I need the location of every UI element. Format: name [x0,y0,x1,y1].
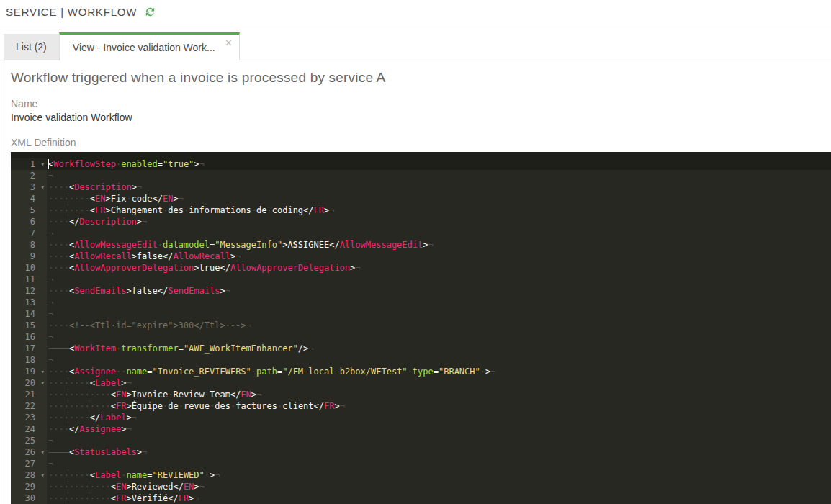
refresh-icon[interactable] [144,6,156,18]
editor-line[interactable]: 3▾····<Description>¬ [11,181,831,193]
line-number[interactable]: 13 [11,297,47,308]
close-tab-icon[interactable]: × [225,39,232,48]
editor-line[interactable]: 9····<AllowRecall>false</AllowRecall>¬ [11,251,831,262]
code-line[interactable]: ····<AllowRecall>false</AllowRecall>¬ [47,251,831,262]
line-number[interactable]: 5 [11,204,47,216]
editor-line[interactable]: 5········<FR>Changement·des·informations… [11,204,831,216]
line-number[interactable]: 27 [11,458,47,469]
line-number[interactable]: 29 [11,481,47,492]
line-number[interactable]: 6 [11,216,47,228]
editor-line[interactable]: 18¬ [11,354,831,366]
line-number[interactable]: 11 [11,274,47,285]
code-line[interactable]: ········<FR>Changement·des·informations·… [47,204,831,216]
fold-arrow-icon[interactable]: ▾ [41,469,45,481]
code-line[interactable]: ····<SendEmails>false</SendEmails>¬ [47,285,831,297]
code-line[interactable]: ¬ [47,354,831,366]
editor-line[interactable]: 10····<AllowApproverDelegation>true</All… [11,262,831,274]
editor-line[interactable]: 28▾········<Label·name="REVIEWED"·>¬ [11,469,831,481]
code-line[interactable]: ¬ [47,308,831,320]
line-number[interactable]: 4 [11,193,47,204]
editor-line[interactable]: 12····<SendEmails>false</SendEmails>¬ [11,285,831,297]
editor-line[interactable]: 2¬ [11,170,831,181]
fold-arrow-icon[interactable]: ▾ [41,366,45,377]
line-number[interactable]: 22 [11,400,47,412]
line-number[interactable]: 21 [11,389,47,400]
code-line[interactable]: ········<Label>¬ [47,377,831,389]
editor-line[interactable]: 20▾········<Label>¬ [11,377,831,389]
editor-line[interactable]: 15····<!--<Ttl·id="expire">300</Ttl>·-->… [11,320,831,331]
code-line[interactable]: ············<EN>Reviewed</EN>¬ [47,481,831,492]
code-line[interactable]: ····<Assignee··name="Invoice_REVIEWERS"·… [47,366,831,377]
code-line[interactable]: ····<Description>¬ [47,181,831,193]
tab-view-invoice-workflow[interactable]: View - Invoice validation Work... × [59,32,240,60]
code-line[interactable]: ····<!--<Ttl·id="expire">300</Ttl>·-->¬ [47,320,831,331]
xml-code-editor[interactable]: 1▾<WorkflowStep·enabled="true">¬2¬3▾····… [11,152,831,504]
code-line[interactable]: ¬ [47,297,831,308]
line-number[interactable]: 24 [11,423,47,435]
code-line[interactable]: <StatusLabels>¬ [47,446,831,458]
editor-line[interactable]: 17<WorkItem·transformer="AWF_WorkItemEnh… [11,343,831,354]
code-line[interactable]: ········</Label>¬ [47,412,831,423]
line-number[interactable]: 12 [11,285,47,297]
line-number[interactable]: 23 [11,412,47,423]
code-line[interactable]: ¬ [47,170,831,181]
line-number[interactable]: 10 [11,262,47,274]
editor-line[interactable]: 30············<FR>Vérifié</FR>¬ [11,492,831,504]
line-number[interactable]: 26▾ [11,446,47,458]
line-number[interactable]: 17 [11,343,47,354]
code-line[interactable]: ¬ [47,274,831,285]
editor-line[interactable]: 11¬ [11,274,831,285]
editor-line[interactable]: 4········<EN>Fix·code</EN>¬ [11,193,831,204]
code-line[interactable]: ············<EN>Invoice·Review·Team</EN>… [47,389,831,400]
editor-line[interactable]: 6····</Description>¬ [11,216,831,228]
editor-line[interactable]: 21············<EN>Invoice·Review·Team</E… [11,389,831,400]
line-number[interactable]: 20▾ [11,377,47,389]
code-line[interactable]: ¬ [47,458,831,469]
editor-line[interactable]: 29············<EN>Reviewed</EN>¬ [11,481,831,492]
line-number[interactable]: 28▾ [11,469,47,481]
code-line[interactable]: ········<EN>Fix·code</EN>¬ [47,193,831,204]
editor-line[interactable]: 8····<AllowMessageEdit·datamodel="Messag… [11,239,831,251]
editor-line[interactable]: 23········</Label>¬ [11,412,831,423]
fold-arrow-icon[interactable]: ▾ [41,446,45,458]
line-number[interactable]: 3▾ [11,181,47,193]
code-line[interactable]: ····</Assignee>¬ [47,423,831,435]
code-line[interactable]: ····</Description>¬ [47,216,831,228]
tab-list[interactable]: List (2) [4,34,59,60]
fold-arrow-icon[interactable]: ▾ [41,377,45,389]
line-number[interactable]: 16 [11,331,47,343]
code-line[interactable]: ¬ [47,228,831,239]
code-line[interactable]: <WorkflowStep·enabled="true">¬ [47,158,831,170]
line-number[interactable]: 9 [11,251,47,262]
code-line[interactable]: ············<FR>Vérifié</FR>¬ [47,492,831,504]
code-line[interactable]: ········<Label·name="REVIEWED"·>¬ [47,469,831,481]
line-number[interactable]: 7 [11,228,47,239]
line-number[interactable]: 19▾ [11,366,47,377]
code-line[interactable]: ············<FR>Équipe·de·revue·des·fact… [47,400,831,412]
editor-line[interactable]: 13¬ [11,297,831,308]
code-line[interactable]: ····<AllowMessageEdit·datamodel="Message… [47,239,831,251]
editor-line[interactable]: 27¬ [11,458,831,469]
editor-line[interactable]: 26▾<StatusLabels>¬ [11,446,831,458]
line-number[interactable]: 8 [11,239,47,251]
editor-line[interactable]: 1▾<WorkflowStep·enabled="true">¬ [11,158,831,170]
fold-arrow-icon[interactable]: ▾ [41,181,45,193]
code-line[interactable]: ¬ [47,331,831,343]
editor-line[interactable]: 22············<FR>Équipe·de·revue·des·fa… [11,400,831,412]
editor-line[interactable]: 7¬ [11,228,831,239]
line-number[interactable]: 14 [11,308,47,320]
line-number[interactable]: 18 [11,354,47,366]
code-line[interactable]: <WorkItem·transformer="AWF_WorkItemEnhan… [47,343,831,354]
code-line[interactable]: ····<AllowApproverDelegation>true</Allow… [47,262,831,274]
editor-line[interactable]: 16¬ [11,331,831,343]
line-number[interactable]: 15 [11,320,47,331]
line-number[interactable]: 30 [11,492,47,504]
editor-line[interactable]: 25¬ [11,435,831,446]
editor-line[interactable]: 14¬ [11,308,831,320]
line-number[interactable]: 2 [11,170,47,181]
line-number[interactable]: 25 [11,435,47,446]
code-line[interactable]: ¬ [47,435,831,446]
fold-arrow-icon[interactable]: ▾ [41,158,45,170]
editor-line[interactable]: 19▾····<Assignee··name="Invoice_REVIEWER… [11,366,831,377]
line-number[interactable]: 1▾ [11,158,47,170]
